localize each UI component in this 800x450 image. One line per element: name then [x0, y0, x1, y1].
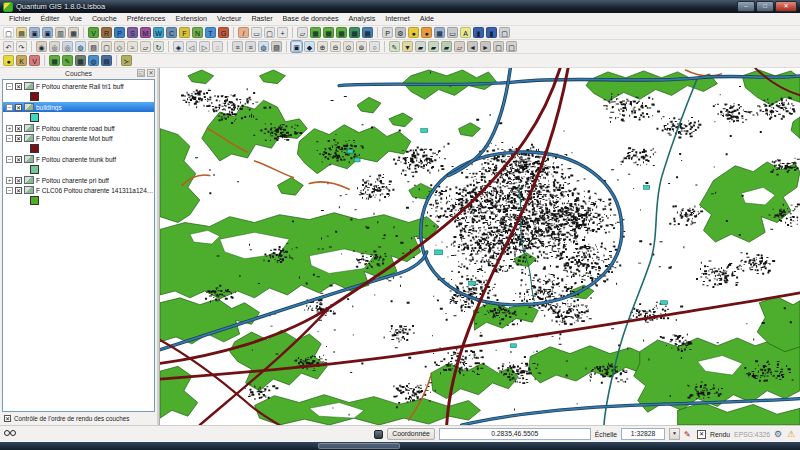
expand-toggle-icon[interactable]: − [6, 104, 13, 111]
help-globe-button[interactable]: ◍ [258, 41, 269, 52]
layer-row-f-poitou-charente-mot-buff[interactable]: −✕F Poitou charente Mot buff [3, 133, 154, 143]
layer-row-buildings[interactable]: −✕buildings [3, 102, 154, 112]
save-layer-edits-button[interactable]: ▼ [402, 41, 413, 52]
raster-calculator-button[interactable]: ▦ [362, 27, 373, 38]
attribute-actions-button[interactable]: ▱ [297, 27, 308, 38]
refresh-map-button[interactable]: ↻ [153, 41, 164, 52]
layer-row-f-poitou-charente-rail-tri1-buff[interactable]: −✕F Poitou charente Rail tri1 buff [3, 81, 154, 91]
expand-toggle-icon[interactable]: − [6, 83, 13, 90]
render-order-checkbox[interactable]: ✕ [4, 415, 11, 422]
layer-visibility-checkbox[interactable]: ✕ [15, 187, 22, 194]
menu-item-aide[interactable]: Aide [415, 13, 439, 25]
labeling-button[interactable]: ● [421, 27, 432, 38]
add-feature-button[interactable]: ▰ [415, 41, 426, 52]
menu-item-extension[interactable]: Extension [170, 13, 212, 25]
menu-item-analysis[interactable]: Analysis [344, 13, 381, 25]
options-gear-button[interactable]: ⚙ [395, 27, 406, 38]
node-tool-button[interactable]: ▰ [441, 41, 452, 52]
render-checkbox[interactable]: ✕ [697, 430, 706, 439]
open-attribute-table-button[interactable]: ▦ [310, 27, 321, 38]
touch-zoom-pan-button[interactable]: ◉ [36, 41, 47, 52]
image-tool-button[interactable]: ▨ [271, 41, 282, 52]
measure-line-button[interactable]: ≈ [127, 41, 138, 52]
key-tool-button[interactable]: K [16, 55, 27, 66]
close-button[interactable]: ✕ [775, 1, 797, 12]
expand-toggle-icon[interactable]: − [6, 156, 13, 163]
extent-icon[interactable] [374, 430, 383, 439]
menu-item-fichier[interactable]: Fichier [4, 13, 36, 25]
zoom-native-button[interactable]: ▣ [291, 41, 302, 52]
layer-visibility-checkbox[interactable]: ✕ [15, 156, 22, 163]
zoom-actual-button[interactable]: ⊙ [343, 41, 354, 52]
add-postgis-layer-button[interactable]: P [114, 27, 125, 38]
select-rectangle-button[interactable]: ▢ [101, 41, 112, 52]
table-manager-button[interactable]: ▦ [349, 27, 360, 38]
menu-item-raster[interactable]: Raster [246, 13, 277, 25]
crs-status[interactable]: EPSG:4326 [734, 431, 770, 438]
select-by-expression-button[interactable]: ▦ [336, 27, 347, 38]
layer-visibility-checkbox[interactable]: ✕ [15, 83, 22, 90]
layer-row-f-clc06-poitou-charente-141311a124-tri5-[interactable]: −✕F CLC06 Poitou charente 141311a124 tri… [3, 185, 154, 195]
python-console-button[interactable]: ≻ [121, 55, 132, 66]
cut-features-button[interactable]: ◄ [467, 41, 478, 52]
text-balloon-button[interactable]: A [460, 27, 471, 38]
select-polygon-button[interactable]: ◇ [114, 41, 125, 52]
new-print-composer-button[interactable]: ▥ [55, 27, 66, 38]
menu-item-pr-f-rences[interactable]: Préférences [122, 13, 171, 25]
add-gpx-layer-button[interactable]: G [218, 27, 229, 38]
field-calculator-button[interactable]: ▦ [323, 27, 334, 38]
redo-button[interactable]: ↷ [16, 41, 27, 52]
expand-toggle-icon[interactable]: + [6, 125, 13, 132]
add-wfs-layer-button[interactable]: F [179, 27, 190, 38]
zoom-last-button[interactable]: ◁ [186, 41, 197, 52]
menu-item-couche[interactable]: Couche [87, 13, 122, 25]
menu-item-base-de-donn-es[interactable]: Base de données [278, 13, 344, 25]
layer-visibility-checkbox[interactable]: ✕ [15, 177, 22, 184]
pan-to-selection-button[interactable]: ◎ [62, 41, 73, 52]
styling-clock-button[interactable]: ● [408, 27, 419, 38]
zoom-layer-button[interactable]: ◌ [212, 41, 223, 52]
zoom-full-extent-button[interactable]: ◆ [304, 41, 315, 52]
decoration-tool-button[interactable]: V [29, 55, 40, 66]
maximize-button[interactable]: □ [756, 1, 774, 12]
taskbar-active-app-button[interactable] [318, 443, 400, 449]
add-wms-layer-button[interactable]: W [153, 27, 164, 38]
projection-gear-icon[interactable]: ⚙ [774, 430, 783, 439]
zoom-bookmark-button[interactable]: ⊚ [356, 41, 367, 52]
plugin-table-edit-button[interactable]: ✎ [62, 55, 73, 66]
measure-annotation-button[interactable]: / [238, 27, 249, 38]
menu-item-vue[interactable]: Vue [64, 13, 87, 25]
map-canvas[interactable] [160, 68, 800, 425]
copy-features-button[interactable]: ► [480, 41, 491, 52]
select-features-button[interactable]: ▧ [88, 41, 99, 52]
coordinate-label[interactable]: Coordonnée [387, 428, 434, 440]
move-annotation-button[interactable]: + [277, 27, 288, 38]
paste-features-button[interactable]: ▢ [493, 41, 504, 52]
measure-dropdown-button[interactable]: ▭ [447, 27, 458, 38]
new-project-button[interactable]: ▢ [3, 27, 14, 38]
layer-row-f-poitou-charente-trunk-buff[interactable]: −✕F Poitou charente trunk buff [3, 154, 154, 164]
layer-visibility-checkbox[interactable]: ✕ [15, 125, 22, 132]
delete-selected-button[interactable]: ▱ [454, 41, 465, 52]
window-dropdown-button[interactable]: ▢ [499, 27, 510, 38]
expand-toggle-icon[interactable]: − [6, 135, 13, 142]
zoom-in-button[interactable]: ⊕ [317, 41, 328, 52]
save-project-as-button[interactable]: ▣ [42, 27, 53, 38]
save-project-button[interactable]: ▣ [29, 27, 40, 38]
scale-dropdown-icon[interactable]: ▼ [669, 428, 680, 440]
layer-list-2-button[interactable]: ≡ [245, 41, 256, 52]
move-feature-button[interactable]: ▰ [428, 41, 439, 52]
map-clock-button[interactable]: ○ [369, 41, 380, 52]
scale-value[interactable]: 1:32828 [621, 428, 665, 440]
composer-manager-button[interactable]: ▦ [68, 27, 79, 38]
menu-item-internet[interactable]: Internet [380, 13, 414, 25]
open-project-button[interactable]: ▤ [16, 27, 27, 38]
plugin-table-a-button[interactable]: ▦ [49, 55, 60, 66]
plugin-globe-button[interactable]: ◍ [88, 55, 99, 66]
plugin-table-b-button[interactable]: ▦ [75, 55, 86, 66]
add-wcs-layer-button[interactable]: C [166, 27, 177, 38]
layer-visibility-checkbox[interactable]: ✕ [15, 104, 22, 111]
close-panel-icon[interactable]: ✕ [147, 69, 155, 77]
map-tips-button[interactable]: P [382, 27, 393, 38]
identify-features-button[interactable]: ◍ [75, 41, 86, 52]
